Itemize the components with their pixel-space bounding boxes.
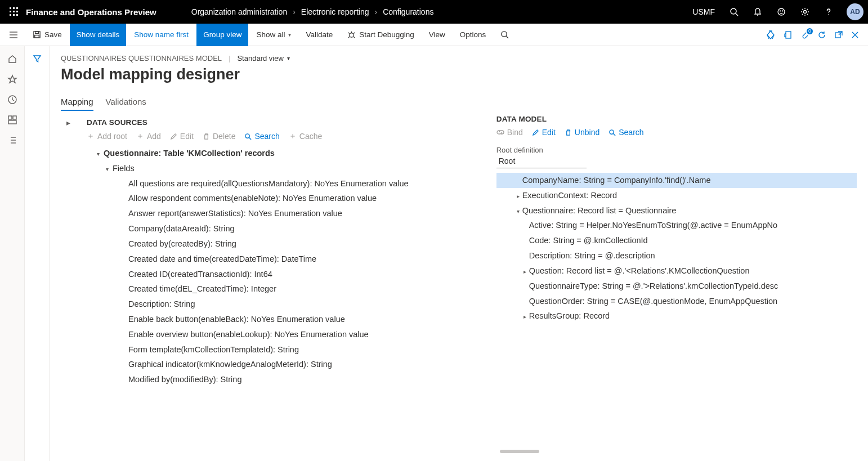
chevron-right-icon[interactable]: ▸ [521,267,529,278]
ds-tree-row[interactable]: Allow respondent comments(enableNote): N… [87,191,480,206]
search-icon[interactable] [726,4,742,20]
view-button[interactable]: View [422,24,452,46]
ds-actions: ＋Add root ＋Add Edit Delete Search ＋Cache [87,131,485,141]
ds-tree-row[interactable]: Company(dataAreaId): String [87,221,480,236]
search-button[interactable]: Search [244,132,279,141]
show-all-button[interactable]: Show all▾ [249,24,298,46]
edit-button[interactable]: Edit [170,132,194,141]
filter-icon[interactable] [33,54,42,461]
validate-button[interactable]: Validate [299,24,339,46]
modules-icon[interactable] [7,135,17,145]
options-button[interactable]: Options [453,24,493,46]
popout-icon[interactable] [834,30,843,39]
svg-rect-4 [13,11,15,12]
ds-tree-row[interactable]: Modified by(modifiedBy): String [87,372,480,387]
save-button[interactable]: Save [26,24,69,46]
ds-tree-row[interactable]: ▾Fields [87,161,480,176]
hamburger-icon[interactable] [6,31,21,39]
attachments-icon[interactable]: 0 [800,30,809,39]
svg-line-52 [614,133,616,136]
ds-tree-row[interactable]: Created ID(createdTransactionId): Int64 [87,267,480,282]
home-icon[interactable] [7,54,17,64]
dm-tree-row[interactable]: ▾Questionnaire: Record list = Questionna… [496,203,857,218]
workspaces-icon[interactable] [7,115,17,125]
close-icon[interactable] [851,31,859,39]
breadcrumb-item[interactable]: Organization administration [191,7,287,16]
svg-line-26 [354,33,355,34]
ds-tree-row[interactable]: ▾Questionnaire: Table 'KMCollection' rec… [87,146,480,161]
ds-tree-row[interactable]: Answer report(answerStatistics): NoYes E… [87,206,480,221]
top-bar: Finance and Operations Preview Organizat… [0,0,868,24]
show-details-button[interactable]: Show details [70,24,127,46]
bell-icon[interactable] [750,4,766,20]
ds-tree-row[interactable]: Graphical indicator(kmKnowledgeAnalogMet… [87,357,480,372]
scrollbar-horizontal[interactable] [500,450,853,453]
tree-label: Question: Record list = @.'<Relations'.K… [529,266,750,275]
plus-icon: ＋ [87,131,95,141]
chevron-down-icon[interactable]: ▾ [97,149,104,160]
ds-tree-row[interactable]: Form template(kmCollectionTemplateId): S… [87,342,480,357]
show-name-first-button[interactable]: Show name first [127,24,195,46]
ds-tree-row[interactable]: All questions are required(allQuestionsM… [87,176,480,191]
ds-tree[interactable]: ▾Questionnaire: Table 'KMCollection' rec… [87,146,485,455]
bind-button[interactable]: Bind [496,128,523,137]
avatar[interactable]: AD [847,3,863,20]
rootdef-value[interactable]: Root [496,155,587,168]
ds-tree-row[interactable]: Created by(createdBy): String [87,236,480,252]
dm-tree-row[interactable]: QuestionOrder: String = CASE(@.questionM… [496,294,857,309]
search-button[interactable]: Search [609,128,643,137]
expand-types-chevron[interactable]: ▸ [61,115,75,455]
chevron-right-icon[interactable]: ▸ [514,191,522,202]
chevron-down-icon[interactable]: ▾ [514,207,522,217]
recent-icon[interactable] [7,95,17,105]
smile-icon[interactable] [773,4,789,20]
ds-tree-row[interactable]: Enable overview button(enableLookup): No… [87,327,480,342]
gear-icon[interactable] [797,4,813,20]
tree-label: Code: String = @.kmCollectionId [529,236,648,245]
breadcrumb-item[interactable]: Electronic reporting [301,7,369,16]
dm-tree-row[interactable]: ▸ResultsGroup: Record [496,308,857,324]
ds-tree-row[interactable]: Created date and time(createdDateTime): … [87,252,480,267]
group-view-button[interactable]: Group view [196,24,248,46]
view-selector[interactable]: Standard view▾ [237,54,289,62]
ds-tree-row[interactable]: Description: String [87,297,480,312]
dm-tree[interactable]: CompanyName: String = CompanyInfo.'find(… [496,173,857,324]
refresh-icon[interactable] [817,30,826,39]
dm-tree-row[interactable]: QuestionnaireType: String = @.'>Relation… [496,279,857,294]
legal-entity[interactable]: USMF [692,7,718,16]
dm-tree-row[interactable]: ▸ExecutionContext: Record [496,188,857,203]
tree-label: Questionnaire: Table 'KMCollection' reco… [104,149,275,158]
start-debugging-button[interactable]: Start Debugging [341,24,421,46]
svg-point-49 [245,133,249,137]
chevron-right-icon[interactable]: ▸ [521,312,529,323]
svg-rect-21 [35,32,39,34]
svg-point-15 [804,11,807,14]
tree-label: Fields [113,164,135,173]
tab-mapping[interactable]: Mapping [61,93,93,111]
chevron-right-icon: › [374,7,377,16]
help-icon[interactable] [821,4,836,20]
office-icon[interactable] [784,30,793,39]
chevron-down-icon[interactable]: ▾ [106,164,113,175]
edit-button[interactable]: Edit [532,128,556,137]
dm-tree-row[interactable]: ▸Question: Record list = @.'<Relations'.… [496,263,857,279]
unbind-button[interactable]: Unbind [565,128,599,137]
add-root-button[interactable]: ＋Add root [87,131,127,141]
tree-label: Questionnaire: Record list = Questionnai… [522,206,677,215]
search-actionbar-icon[interactable] [494,24,516,46]
delete-button[interactable]: Delete [203,132,235,141]
breadcrumb-item[interactable]: Configurations [383,7,433,16]
dm-tree-row[interactable]: CompanyName: String = CompanyInfo.'find(… [496,173,857,188]
dm-tree-row[interactable]: Description: String = @.description [496,248,857,263]
cache-button[interactable]: ＋Cache [289,131,322,141]
dm-tree-row[interactable]: Code: String = @.kmCollectionId [496,233,857,248]
tab-validations[interactable]: Validations [106,93,146,111]
diamond-icon[interactable] [766,30,776,40]
add-button[interactable]: ＋Add [136,131,161,141]
data-model-panel: DATA MODEL Bind Edit Unbind Search Root … [496,115,857,455]
app-launcher-icon[interactable] [5,2,24,21]
ds-tree-row[interactable]: Created time(dEL_CreatedTime): Integer [87,281,480,297]
dm-tree-row[interactable]: Active: String = Helper.NoYesEnumToStrin… [496,218,857,233]
ds-tree-row[interactable]: Enable back button(enableBack): NoYes En… [87,312,480,327]
star-icon[interactable] [7,74,17,84]
